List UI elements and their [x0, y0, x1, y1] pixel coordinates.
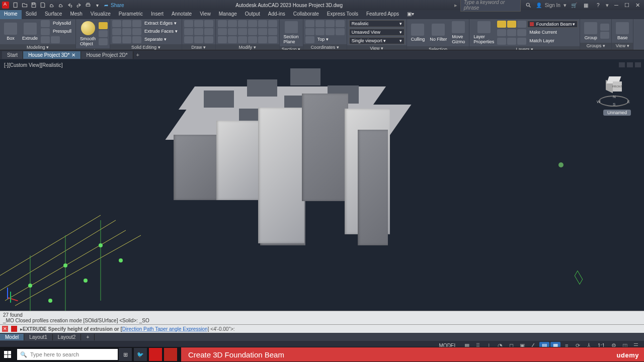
- qat-saveas-icon[interactable]: [39, 2, 46, 9]
- mod9-icon[interactable]: [238, 28, 247, 35]
- layout-add-icon[interactable]: +: [81, 334, 95, 340]
- tab-parametric[interactable]: Parametric: [115, 10, 147, 19]
- co7-icon[interactable]: [326, 28, 335, 35]
- se1-icon[interactable]: [112, 20, 121, 27]
- qat-save-icon[interactable]: [30, 2, 37, 9]
- ly1-icon[interactable]: [497, 21, 506, 28]
- layout-model[interactable]: Model: [0, 334, 24, 340]
- mod10-icon[interactable]: [248, 28, 257, 35]
- co8-icon[interactable]: [336, 28, 345, 35]
- polysolid-button[interactable]: Polysolid: [51, 20, 73, 27]
- layout-1[interactable]: Layout1: [24, 334, 53, 340]
- draw-arc-icon[interactable]: [184, 28, 193, 35]
- modeling-btn2-icon[interactable]: [51, 36, 60, 43]
- gizmo-button[interactable]: Move Gizmo: [450, 20, 467, 45]
- ly3-icon[interactable]: [517, 21, 526, 28]
- tab-solid[interactable]: Solid: [22, 10, 41, 19]
- file-tab-3d[interactable]: House Project 3D*✕: [23, 51, 81, 59]
- grp1-icon[interactable]: [600, 24, 609, 31]
- mod13-icon[interactable]: [218, 36, 227, 43]
- modeling-btn1-icon[interactable]: [41, 36, 50, 43]
- presspull-button[interactable]: Presspull: [51, 28, 73, 35]
- layer-dropdown[interactable]: Foundation Beam▾: [527, 21, 578, 28]
- apps-icon[interactable]: ▦: [583, 2, 590, 9]
- panel-title-view[interactable]: View ▾: [347, 45, 407, 50]
- tab-insert[interactable]: Insert: [147, 10, 168, 19]
- panel-title-view2[interactable]: View ▾: [612, 43, 633, 50]
- panel-title-layers[interactable]: Layers ▾: [469, 46, 580, 50]
- taskview-icon[interactable]: ⊞: [119, 348, 132, 361]
- mesh-btn3-icon[interactable]: [99, 38, 108, 45]
- extrude-button[interactable]: Extrude: [20, 22, 40, 42]
- mod8-icon[interactable]: [228, 28, 237, 35]
- base-button[interactable]: Base: [614, 21, 631, 41]
- viewport[interactable]: [-][Custom View][Realistic] N S E W FRON…: [0, 59, 644, 311]
- smooth-object-button[interactable]: Smooth Object: [78, 20, 98, 47]
- close-cmd-icon[interactable]: ✕: [2, 326, 8, 332]
- command-line[interactable]: ✕ ▸ EXTRUDE Specify height of extrusion …: [0, 324, 644, 333]
- co2-icon[interactable]: [315, 20, 325, 27]
- qat-dd-icon[interactable]: ▾: [94, 2, 101, 9]
- qat-cloud2-icon[interactable]: [57, 2, 64, 9]
- help-icon[interactable]: ?: [595, 2, 602, 9]
- co1-icon[interactable]: [305, 20, 314, 27]
- extrude-faces-button[interactable]: Extrude Faces ▾: [142, 28, 180, 35]
- tab-featured[interactable]: Featured Apps: [362, 10, 403, 19]
- view-preset-dropdown[interactable]: Unsaved View▾: [349, 29, 405, 36]
- viewport-label[interactable]: [-][Custom View][Realistic]: [4, 62, 63, 68]
- se7-icon[interactable]: [112, 36, 121, 43]
- tab-view[interactable]: View: [196, 10, 215, 19]
- tab-annotate[interactable]: Annotate: [168, 10, 196, 19]
- mod14-icon[interactable]: [228, 36, 237, 43]
- ucs-top-button[interactable]: Top ▾: [315, 36, 331, 43]
- co6-icon[interactable]: [315, 28, 325, 35]
- culling-button[interactable]: Culling: [409, 23, 427, 43]
- mesh-btn1-icon[interactable]: [99, 22, 108, 29]
- help-dd-icon[interactable]: ▾: [606, 2, 609, 9]
- ly2-icon[interactable]: [507, 21, 516, 28]
- mod12-icon[interactable]: [268, 28, 277, 35]
- help-search-input[interactable]: Type a keyword or phrase: [460, 0, 521, 12]
- cube-front-face[interactable]: FRONT: [613, 81, 622, 92]
- qat-open-icon[interactable]: [21, 2, 28, 9]
- viewport-dropdown[interactable]: Single viewport ▾▾: [349, 37, 405, 44]
- qat-redo-icon[interactable]: [75, 2, 83, 9]
- panel-title-coords[interactable]: Coordinates ▾: [303, 44, 347, 50]
- share-link[interactable]: Share: [111, 3, 124, 8]
- se8-icon[interactable]: [122, 36, 131, 43]
- tab-manage[interactable]: Manage: [215, 10, 241, 19]
- panel-title-groups[interactable]: Groups ▾: [580, 43, 611, 50]
- draw-poly-icon[interactable]: [194, 28, 203, 35]
- ly4-icon[interactable]: [497, 29, 506, 36]
- taskbar-search-input[interactable]: 🔍Type here to search: [17, 349, 118, 360]
- panel-title-modeling[interactable]: Modeling ▾: [0, 44, 75, 50]
- tab-collaborate[interactable]: Collaborate: [289, 10, 323, 19]
- taskbar-app1-icon[interactable]: 🐦: [134, 348, 147, 361]
- mod17-icon[interactable]: [258, 36, 267, 43]
- search-icon[interactable]: [525, 2, 532, 9]
- co9-icon[interactable]: [305, 36, 314, 43]
- ly8-icon[interactable]: [507, 38, 516, 45]
- tab-home[interactable]: Home: [0, 10, 22, 19]
- separate-button[interactable]: Separate ▾: [142, 36, 169, 43]
- compass-ring-icon[interactable]: N S E W: [599, 96, 629, 107]
- section-plane-button[interactable]: Section Plane: [282, 20, 301, 45]
- mod16-icon[interactable]: [248, 36, 257, 43]
- draw-m3-icon[interactable]: [204, 36, 213, 43]
- vp-max-icon[interactable]: [627, 62, 633, 67]
- view-cube[interactable]: N S E W FRONT: [599, 74, 629, 110]
- ucs-label[interactable]: Unnamed: [603, 110, 631, 116]
- nofilter-button[interactable]: No Filter: [428, 23, 449, 43]
- app-logo[interactable]: [2, 2, 9, 9]
- co5-icon[interactable]: [305, 28, 314, 35]
- cart-icon[interactable]: 🛒: [571, 2, 578, 9]
- ly6-icon[interactable]: [517, 29, 526, 36]
- make-current-button[interactable]: Make Current: [527, 29, 559, 36]
- title-arrow-icon[interactable]: ▸: [454, 2, 457, 9]
- tab-express[interactable]: Express Tools: [323, 10, 362, 19]
- mod3-icon[interactable]: [238, 20, 247, 27]
- tab-extra-icon[interactable]: ▣▾: [403, 10, 418, 19]
- qat-print-icon[interactable]: [85, 2, 92, 9]
- box-button[interactable]: Box: [2, 22, 19, 42]
- draw-pl-icon[interactable]: [194, 20, 203, 27]
